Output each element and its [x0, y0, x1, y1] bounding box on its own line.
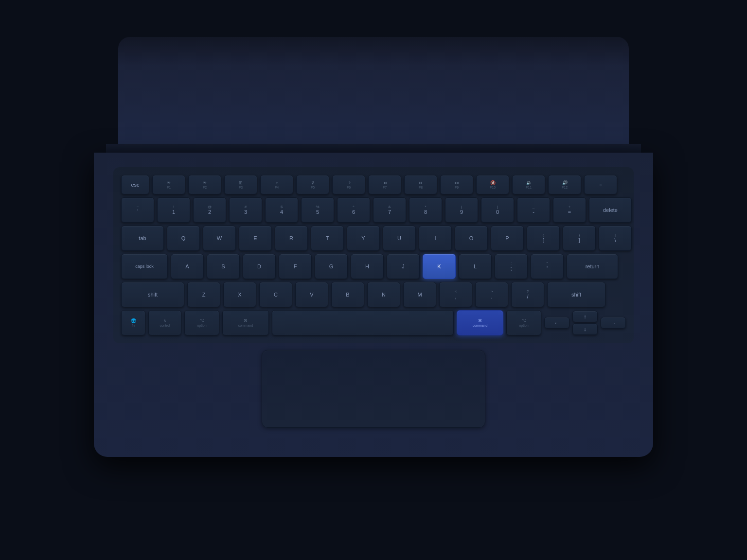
- key-arrow-down[interactable]: ↓: [572, 323, 598, 335]
- key-minus[interactable]: _ -: [517, 197, 550, 223]
- shift-row: shift Z X C V B N: [121, 282, 626, 307]
- key-3[interactable]: # 3: [229, 197, 262, 223]
- key-o[interactable]: O: [455, 226, 488, 251]
- key-9[interactable]: ( 9: [445, 197, 478, 223]
- key-i[interactable]: I: [419, 226, 452, 251]
- key-f10[interactable]: 🔇 F10: [476, 175, 509, 194]
- key-command-left[interactable]: ⌘ command: [222, 310, 269, 335]
- key-x[interactable]: X: [223, 282, 256, 307]
- key-f12[interactable]: 🔊 F12: [548, 175, 581, 194]
- key-f7[interactable]: ⏮ F7: [368, 175, 401, 194]
- key-f3[interactable]: ⊞ F3: [224, 175, 257, 194]
- key-k[interactable]: K: [423, 254, 456, 279]
- key-command-right[interactable]: ⌘ command: [457, 310, 503, 335]
- key-0[interactable]: ) 0: [481, 197, 514, 223]
- key-c[interactable]: C: [259, 282, 292, 307]
- key-8[interactable]: * 8: [409, 197, 442, 223]
- key-comma[interactable]: < ,: [439, 282, 472, 307]
- bottom-row: 🌐 fn ∧ control ⌥ option ⌘ command: [121, 310, 626, 335]
- laptop-body: esc ☀ F1 ☀ F2 ⊞ F3 ⌕ F4: [94, 153, 653, 457]
- key-t[interactable]: T: [311, 226, 344, 251]
- key-arrow-left[interactable]: ←: [544, 317, 569, 329]
- arrow-ud: ↑ ↓: [572, 311, 598, 335]
- laptop-hinge: [106, 144, 641, 153]
- key-shift-left[interactable]: shift: [121, 282, 184, 307]
- key-option-right[interactable]: ⌥ option: [506, 310, 541, 335]
- key-q[interactable]: Q: [167, 226, 200, 251]
- key-2[interactable]: @ 2: [193, 197, 226, 223]
- key-control[interactable]: ∧ control: [148, 310, 181, 335]
- key-r[interactable]: R: [275, 226, 308, 251]
- key-option-left[interactable]: ⌥ option: [184, 310, 219, 335]
- keyboard: esc ☀ F1 ☀ F2 ⊞ F3 ⌕ F4: [113, 167, 634, 343]
- key-f1[interactable]: ☀ F1: [152, 175, 185, 194]
- key-delete[interactable]: delete: [589, 197, 632, 223]
- key-4[interactable]: $ 4: [265, 197, 298, 223]
- fn-row: esc ☀ F1 ☀ F2 ⊞ F3 ⌕ F4: [121, 175, 626, 194]
- key-equals[interactable]: + =: [553, 197, 586, 223]
- key-period[interactable]: > .: [475, 282, 508, 307]
- key-a[interactable]: A: [171, 254, 204, 279]
- key-6[interactable]: ^ 6: [337, 197, 370, 223]
- key-1[interactable]: ! 1: [157, 197, 190, 223]
- key-z[interactable]: Z: [187, 282, 220, 307]
- key-y[interactable]: Y: [347, 226, 380, 251]
- key-w[interactable]: W: [203, 226, 236, 251]
- trackpad-area: [113, 350, 634, 428]
- key-arrow-right[interactable]: →: [601, 317, 626, 329]
- key-f9[interactable]: ⏭ F9: [440, 175, 473, 194]
- key-fn[interactable]: 🌐 fn: [121, 310, 145, 335]
- key-semicolon[interactable]: : ;: [495, 254, 528, 279]
- key-b[interactable]: B: [331, 282, 364, 307]
- key-shift-right[interactable]: shift: [547, 282, 605, 307]
- key-u[interactable]: U: [383, 226, 416, 251]
- key-tab[interactable]: tab: [121, 226, 164, 251]
- laptop-lid: [118, 37, 629, 144]
- key-esc[interactable]: esc: [121, 175, 149, 194]
- key-s[interactable]: S: [207, 254, 240, 279]
- key-f5[interactable]: 🎙 F5: [296, 175, 329, 194]
- key-n[interactable]: N: [367, 282, 400, 307]
- laptop: esc ☀ F1 ☀ F2 ⊞ F3 ⌕ F4: [82, 37, 665, 523]
- key-return[interactable]: return: [567, 254, 618, 279]
- key-f11[interactable]: 🔉 F11: [512, 175, 545, 194]
- key-quote[interactable]: " ': [531, 254, 564, 279]
- tab-row: tab Q W E R T Y: [121, 226, 626, 251]
- key-f8[interactable]: ⏯ F8: [404, 175, 437, 194]
- key-j[interactable]: J: [387, 254, 420, 279]
- key-power[interactable]: ⌽: [584, 175, 617, 194]
- key-e[interactable]: E: [239, 226, 272, 251]
- arrow-up-row: ← ↑ ↓ →: [544, 311, 626, 335]
- key-f6[interactable]: ☽ F6: [332, 175, 365, 194]
- key-left-bracket[interactable]: { [: [527, 226, 560, 251]
- key-arrow-up[interactable]: ↑: [572, 311, 598, 322]
- key-right-bracket[interactable]: } ]: [563, 226, 596, 251]
- key-v[interactable]: V: [295, 282, 328, 307]
- caps-row: caps lock A S D F G H: [121, 254, 626, 279]
- key-space[interactable]: [272, 310, 454, 335]
- key-d[interactable]: D: [243, 254, 276, 279]
- trackpad[interactable]: [262, 350, 485, 428]
- number-row: ~ ` ! 1 @ 2 # 3 $ 4: [121, 197, 626, 223]
- key-f2[interactable]: ☀ F2: [188, 175, 221, 194]
- key-5[interactable]: % 5: [301, 197, 334, 223]
- key-l[interactable]: L: [459, 254, 492, 279]
- key-caps-lock[interactable]: caps lock: [121, 254, 168, 279]
- key-slash[interactable]: ? /: [511, 282, 544, 307]
- arrow-cluster: ← ↑ ↓ →: [544, 311, 626, 335]
- key-g[interactable]: G: [315, 254, 348, 279]
- key-h[interactable]: H: [351, 254, 384, 279]
- key-f[interactable]: F: [279, 254, 312, 279]
- key-f4[interactable]: ⌕ F4: [260, 175, 293, 194]
- key-7[interactable]: & 7: [373, 197, 406, 223]
- key-backslash[interactable]: | \: [599, 226, 632, 251]
- key-p[interactable]: P: [491, 226, 524, 251]
- key-m[interactable]: M: [403, 282, 436, 307]
- key-backtick[interactable]: ~ `: [121, 197, 154, 223]
